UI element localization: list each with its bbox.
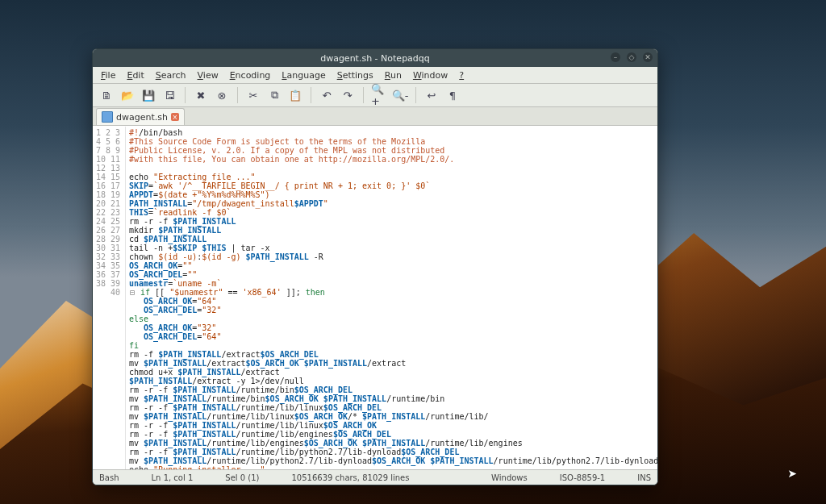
undo-icon[interactable]: ↶ <box>318 86 336 104</box>
toolbar-separator <box>185 87 186 103</box>
tab-close-icon[interactable]: × <box>171 113 179 121</box>
status-selection: Sel 0 (1) <box>225 473 259 482</box>
toolbar-separator <box>363 87 364 103</box>
menu-?[interactable]: ? <box>454 69 469 82</box>
status-position: Ln 1, col 1 <box>152 473 194 482</box>
status-eol: Windows <box>491 473 528 482</box>
window-minimize-button[interactable]: – <box>611 52 620 62</box>
toolbar-separator <box>311 87 311 103</box>
redo-icon[interactable]: ↷ <box>339 86 357 104</box>
menu-window[interactable]: Window <box>408 69 453 82</box>
window-close-button[interactable]: ✕ <box>643 52 653 62</box>
menubar: FileEditSearchViewEncodingLanguageSettin… <box>93 67 657 84</box>
open-file-icon[interactable]: 📂 <box>119 86 136 104</box>
show-symbols-icon[interactable]: ¶ <box>444 86 461 104</box>
save-icon[interactable]: 💾 <box>140 86 157 104</box>
copy-icon[interactable]: ⧉ <box>265 86 283 104</box>
tab-dwagent[interactable]: dwagent.sh × <box>96 108 185 125</box>
menu-edit[interactable]: Edit <box>122 69 148 82</box>
editor-area[interactable]: 1 2 3 4 5 6 7 8 9 10 11 12 13 14 15 16 1… <box>93 126 657 469</box>
cut-icon[interactable]: ✂ <box>244 86 262 104</box>
notepadqq-window: dwagent.sh - Notepadqq – ◇ ✕ FileEditSea… <box>92 48 658 485</box>
toolbar-separator <box>415 87 416 103</box>
tab-bar: dwagent.sh × <box>93 107 657 126</box>
menu-language[interactable]: Language <box>277 69 330 82</box>
menu-view[interactable]: View <box>193 69 223 82</box>
mouse-cursor-icon: ➤ <box>787 467 797 480</box>
menu-search[interactable]: Search <box>151 69 191 82</box>
toolbar: 🗎📂💾🖫✖⊗✂⧉📋↶↷🔍+🔍-↩¶ <box>93 84 657 107</box>
zoom-in-icon[interactable]: 🔍+ <box>370 86 388 104</box>
status-chars: 10516639 chars, 81029 lines <box>291 473 409 482</box>
status-insert-mode: INS <box>637 473 651 482</box>
menu-file[interactable]: File <box>96 69 120 82</box>
paste-icon[interactable]: 📋 <box>286 86 304 104</box>
close-all-icon[interactable]: ⊗ <box>213 86 231 104</box>
menu-settings[interactable]: Settings <box>332 69 378 82</box>
save-all-icon[interactable]: 🖫 <box>161 86 178 104</box>
new-file-icon[interactable]: 🗎 <box>98 86 115 104</box>
status-encoding: ISO-8859-1 <box>560 473 605 482</box>
menu-encoding[interactable]: Encoding <box>225 69 276 82</box>
zoom-out-icon[interactable]: 🔍- <box>391 86 409 104</box>
word-wrap-icon[interactable]: ↩ <box>423 86 440 104</box>
window-maximize-button[interactable]: ◇ <box>627 52 636 62</box>
window-title: dwagent.sh - Notepadqq <box>320 53 430 64</box>
file-icon <box>102 111 113 123</box>
line-number-gutter: 1 2 3 4 5 6 7 8 9 10 11 12 13 14 15 16 1… <box>93 127 126 469</box>
titlebar[interactable]: dwagent.sh - Notepadqq – ◇ ✕ <box>93 49 657 67</box>
close-icon[interactable]: ✖ <box>192 86 210 104</box>
toolbar-separator <box>237 87 238 103</box>
status-language: Bash <box>99 473 119 482</box>
status-bar: Bash Ln 1, col 1 Sel 0 (1) 10516639 char… <box>93 469 657 485</box>
tab-label: dwagent.sh <box>116 112 168 123</box>
code-content[interactable]: #!/bin/bash #This Source Code Form is su… <box>126 127 657 469</box>
menu-run[interactable]: Run <box>380 69 407 82</box>
